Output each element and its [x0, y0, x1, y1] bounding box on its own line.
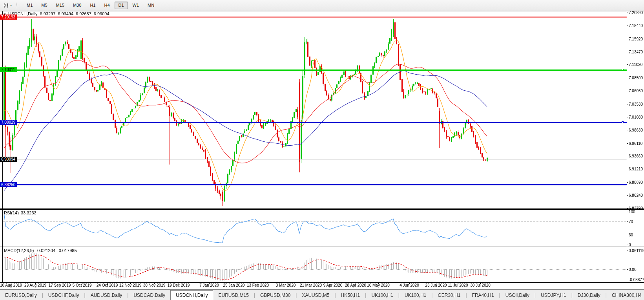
chart-tool-button[interactable]: ▾: [1, 2, 14, 9]
top-toolbar: ▾ M1M5M15M30H1H4D1W1MN: [0, 0, 644, 11]
tab-usdjpy-h1[interactable]: USDJPY,H1: [536, 290, 571, 300]
timeframe-button-mn[interactable]: MN: [144, 2, 158, 9]
timeframe-button-h4[interactable]: H4: [100, 2, 113, 9]
tab-audusd-daily[interactable]: AUDUSD,Daily: [86, 290, 128, 300]
timeframe-button-h1[interactable]: H1: [86, 2, 99, 9]
tab-eurusd-daily[interactable]: EURUSD,Daily: [0, 290, 42, 300]
chart-window: ▼USDCNH,Daily6.932976.934946.926576.9309…: [0, 11, 644, 290]
tab-china300-h4[interactable]: CHINA300,H4: [607, 290, 644, 300]
main-chart-canvas[interactable]: [0, 11, 644, 290]
timeframe-button-m1[interactable]: M1: [23, 2, 36, 9]
tab-usdcad-daily[interactable]: USDCAD,Daily: [128, 290, 170, 300]
timeframe-button-d1[interactable]: D1: [115, 2, 128, 9]
timeframe-button-m15[interactable]: M15: [52, 2, 68, 9]
candlestick-chart-icon: [4, 3, 9, 8]
horizontal-line-handle[interactable]: [622, 121, 624, 123]
horizontal-line-handle[interactable]: [622, 69, 624, 71]
tab-usdchf-daily[interactable]: USDCHF,Daily: [43, 290, 84, 300]
tab-eurusd-m15[interactable]: EURUSD,M15: [213, 290, 254, 300]
timeframe-button-m5[interactable]: M5: [37, 2, 51, 9]
tab-usdcnh-daily[interactable]: USDCNH,Daily: [170, 290, 213, 300]
toolbar-grip[interactable]: [16, 2, 18, 9]
tab-dj30-daily[interactable]: DJ30,Daily: [573, 290, 606, 300]
timeframe-buttons: M1M5M15M30H1H4D1W1MN: [22, 2, 159, 9]
timeframe-button-m30[interactable]: M30: [69, 2, 85, 9]
tab-gbpusd-m30[interactable]: GBPUSD,M30: [255, 290, 296, 300]
chart-tab-bar: EURUSD,Daily|USDCHF,Daily|AUDUSD,Daily|U…: [0, 290, 644, 300]
timeframe-button-w1[interactable]: W1: [129, 2, 143, 9]
tab-ger30-h1[interactable]: GER30,H1: [432, 290, 465, 300]
tab-uk100-h1[interactable]: UK100,H1: [400, 290, 431, 300]
tab-fra40-h1[interactable]: FRA40,H1: [467, 290, 499, 300]
tab-uk100-h1[interactable]: UK100,H1: [366, 290, 398, 300]
tab-xauusd-m5[interactable]: XAUUSD,M5: [297, 290, 334, 300]
tab-usoil-daily[interactable]: USOil,Daily: [500, 290, 535, 300]
chevron-down-icon: ▾: [10, 4, 12, 7]
tab-hk50-h1[interactable]: HK50,H1: [336, 290, 365, 300]
